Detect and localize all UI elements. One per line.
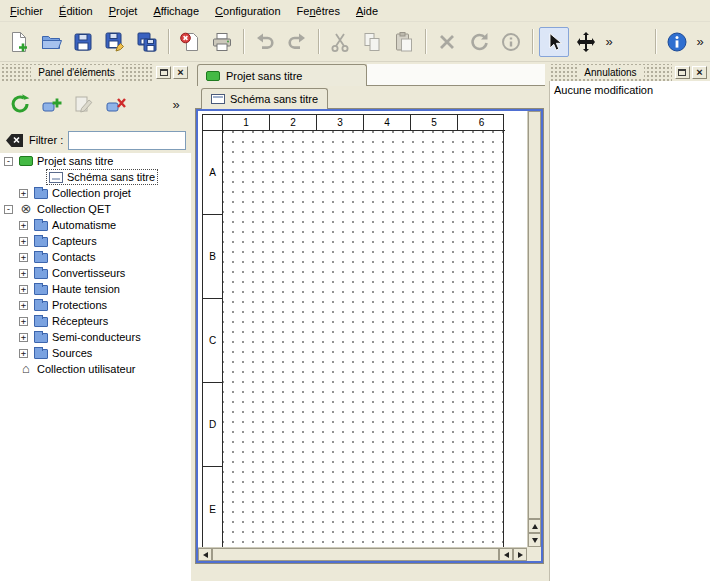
project-icon	[19, 156, 33, 166]
scroll-left-button[interactable]	[198, 548, 212, 561]
menu-edition[interactable]: Édition	[51, 2, 101, 20]
vscroll-thumb[interactable]	[528, 111, 541, 519]
paste-button[interactable]	[389, 27, 419, 57]
undo-button[interactable]	[250, 27, 280, 57]
menu-fenetres[interactable]: Fenêtres	[289, 2, 348, 20]
column-header-3: 3	[317, 115, 364, 131]
tab-schema[interactable]: Schéma sans titre	[201, 88, 328, 109]
expand-toggle[interactable]	[19, 317, 28, 326]
tree-item-recepteurs[interactable]: Récepteurs	[0, 313, 191, 329]
menu-aide[interactable]: Aide	[348, 2, 386, 20]
expand-toggle[interactable]	[19, 269, 28, 278]
close-panel-button[interactable]	[173, 66, 188, 79]
toolbar-separator	[243, 29, 244, 54]
float-panel-button[interactable]	[156, 66, 171, 79]
filter-clear-button[interactable]	[5, 133, 24, 148]
paste-icon	[393, 31, 415, 53]
tree-item-content: Convertisseurs	[32, 266, 127, 280]
print-button[interactable]	[207, 27, 237, 57]
delete-button[interactable]	[432, 27, 462, 57]
conductor-info-button[interactable]	[496, 27, 526, 57]
float-undo-panel-button[interactable]	[675, 66, 690, 79]
redo-button[interactable]	[282, 27, 312, 57]
about-qet-button[interactable]	[662, 27, 692, 57]
tree-item-automatisme[interactable]: Automatisme	[0, 217, 191, 233]
expand-toggle[interactable]	[19, 253, 28, 262]
menu-fichier[interactable]: Fichier	[2, 2, 51, 20]
undo-empty-message: Aucune modification	[554, 84, 706, 96]
copy-icon	[361, 31, 383, 53]
expand-toggle[interactable]	[19, 237, 28, 246]
reload-icon	[9, 93, 31, 115]
tree-item-protections[interactable]: Protections	[0, 297, 191, 313]
delete-element-button[interactable]	[101, 89, 131, 119]
scroll-right-button[interactable]	[513, 548, 527, 561]
menu-configuration[interactable]: Configuration	[207, 2, 288, 20]
undo-history-list[interactable]: Aucune modification	[549, 81, 710, 581]
tree-item-content: Collection utilisateur	[17, 362, 137, 376]
expand-toggle[interactable]	[19, 189, 28, 198]
expand-toggle[interactable]	[19, 333, 28, 342]
tree-item-schema-sans-titre[interactable]: Schéma sans titre	[0, 169, 191, 185]
close-file-button[interactable]	[175, 27, 205, 57]
filter-row: Filtrer :	[0, 127, 191, 153]
diagram-canvas[interactable]: 123456 ABCDE	[198, 111, 527, 547]
collapse-toggle[interactable]	[4, 157, 13, 166]
tree-item-contacts[interactable]: Contacts	[0, 249, 191, 265]
save-as-icon	[104, 31, 126, 53]
tabbar-empty-area	[367, 64, 545, 86]
tree-item-label: Récepteurs	[52, 315, 108, 327]
overflow-button[interactable]	[602, 28, 616, 56]
tree-item-collection-qet[interactable]: Collection QET	[0, 201, 191, 217]
filter-label: Filtrer :	[29, 134, 63, 146]
expand-toggle[interactable]	[19, 301, 28, 310]
tree-item-semi-conducteurs[interactable]: Semi-conducteurs	[0, 329, 191, 345]
pan-mode-button[interactable]	[571, 27, 601, 57]
new-document-button[interactable]	[4, 27, 34, 57]
cut-button[interactable]	[325, 27, 355, 57]
expand-toggle[interactable]	[19, 349, 28, 358]
menu-projet[interactable]: Projet	[101, 2, 146, 20]
elements-panel-title: Panel d'éléments	[31, 67, 121, 78]
tree-item-collection-utilisateur[interactable]: Collection utilisateur	[0, 361, 191, 377]
vertical-scrollbar[interactable]	[527, 111, 541, 547]
tree-item-convertisseurs[interactable]: Convertisseurs	[0, 265, 191, 281]
open-project-button[interactable]	[36, 27, 66, 57]
overflow-button[interactable]	[169, 90, 183, 118]
filter-input[interactable]	[68, 131, 186, 150]
reload-button[interactable]	[5, 89, 35, 119]
tree-item-content: Semi-conducteurs	[32, 330, 143, 344]
new-element-button[interactable]	[37, 89, 67, 119]
selection-mode-button[interactable]	[539, 27, 569, 57]
copy-button[interactable]	[357, 27, 387, 57]
expand-toggle[interactable]	[19, 285, 28, 294]
diagram-view[interactable]: 123456 ABCDE	[196, 109, 543, 563]
rotate-button[interactable]	[464, 27, 494, 57]
scroll-left-button-end[interactable]	[499, 548, 513, 561]
close-undo-panel-button[interactable]	[692, 66, 707, 79]
collapse-toggle[interactable]	[4, 205, 13, 214]
tree-item-sources[interactable]: Sources	[0, 345, 191, 361]
save-all-button[interactable]	[132, 27, 162, 57]
tab-project[interactable]: Projet sans titre	[197, 64, 367, 86]
undo-panel-titlebar: Annulations	[549, 64, 710, 81]
expand-toggle[interactable]	[19, 221, 28, 230]
tree-item-collection-projet[interactable]: Collection projet	[0, 185, 191, 201]
save-as-button[interactable]	[100, 27, 130, 57]
save-button[interactable]	[68, 27, 98, 57]
horizontal-scrollbar[interactable]	[198, 547, 527, 561]
new-element-icon	[41, 93, 63, 115]
diagram-grid[interactable]	[223, 131, 503, 547]
hscroll-thumb[interactable]	[212, 548, 499, 561]
tree-item-capteurs[interactable]: Capteurs	[0, 233, 191, 249]
scroll-up-button[interactable]	[528, 519, 541, 533]
elements-tree[interactable]: Projet sans titreSchéma sans titreCollec…	[0, 153, 191, 581]
edit-element-button[interactable]	[69, 89, 99, 119]
tree-item-haute-tension[interactable]: Haute tension	[0, 281, 191, 297]
scroll-down-button[interactable]	[528, 533, 541, 547]
overflow-button[interactable]	[693, 28, 707, 56]
menu-affichage[interactable]: Affichage	[145, 2, 207, 20]
main-toolbar	[0, 22, 710, 62]
tree-item-content: Protections	[32, 298, 109, 312]
tree-item-projet-sans-titre[interactable]: Projet sans titre	[0, 153, 191, 169]
